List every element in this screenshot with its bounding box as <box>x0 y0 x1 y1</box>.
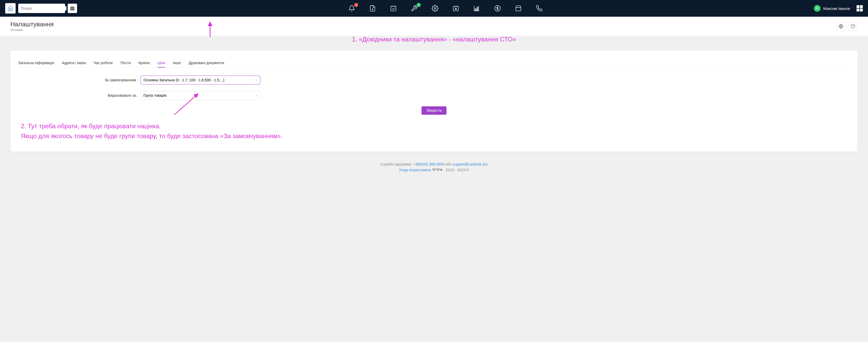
form-row-default: За замовчуванням Основна Загальна (0 - 1… <box>18 76 850 84</box>
annotation2-line1: 2. Тут треба обрати, як буде працювати н… <box>21 121 847 131</box>
subheader: Налаштування Основні <box>0 17 868 36</box>
svg-rect-20 <box>476 8 477 10</box>
svg-rect-32 <box>432 168 440 170</box>
default-select[interactable]: Основна Загальна (0 - 1.7; 100 - 1.6;500… <box>141 76 260 84</box>
top-navbar: 2 3 Макс <box>0 0 868 17</box>
annotation-arrow-1 <box>205 20 215 38</box>
support-label: Служба підтримки: <box>380 162 413 166</box>
search-box[interactable] <box>18 4 65 13</box>
svg-rect-5 <box>74 7 74 10</box>
save-button[interactable]: Зберегти <box>422 106 446 115</box>
user-section[interactable]: Максим Іванов <box>814 5 863 12</box>
svg-rect-13 <box>453 6 459 11</box>
calc-label: Вираховувати за <box>18 93 141 97</box>
page-title: Налаштування <box>10 21 54 28</box>
calc-select-value: Група товарів <box>144 93 166 97</box>
main-card: Загальна інформація Адреса і мапа Час ро… <box>10 51 858 152</box>
phone-icon <box>536 5 542 12</box>
page-subtitle: Основні <box>10 28 54 32</box>
help-icon <box>850 24 855 29</box>
support-phone[interactable]: +38(044) 389-3355 <box>413 162 444 166</box>
footer: Служба підтримки: +38(044) 389-3355 або … <box>0 157 868 177</box>
svg-rect-21 <box>478 7 478 10</box>
search-input[interactable] <box>21 6 66 10</box>
svg-point-12 <box>434 7 436 9</box>
tab-prices[interactable]: Ціни <box>157 59 165 67</box>
svg-point-26 <box>851 24 855 28</box>
svg-point-16 <box>455 8 456 9</box>
calendar-check-icon <box>390 5 397 12</box>
bar-chart-icon <box>473 5 480 12</box>
wrench-badge: 3 <box>416 3 421 7</box>
globe-icon <box>839 24 843 29</box>
nav-tasks[interactable] <box>390 4 397 12</box>
chevron-down-icon: ▼ <box>255 79 257 82</box>
svg-point-23 <box>816 7 818 8</box>
tab-address[interactable]: Адреса і мапа <box>62 59 86 67</box>
nav-money[interactable] <box>494 4 501 12</box>
nav-icons: 2 3 <box>80 4 811 12</box>
nav-wrench[interactable]: 3 <box>410 4 418 12</box>
svg-rect-3 <box>71 7 71 10</box>
tab-country[interactable]: Країна <box>138 59 150 67</box>
tab-hours[interactable]: Час роботи <box>93 59 113 67</box>
nav-phone[interactable] <box>535 4 543 12</box>
annotation-text-1: 1. «Довідники та налаштування» - «налашт… <box>0 36 868 46</box>
nav-customer[interactable] <box>452 4 460 12</box>
tab-print[interactable]: Друковані документи <box>189 59 224 67</box>
file-plus-icon <box>369 5 376 12</box>
support-email[interactable]: support@carbook.pro <box>453 162 488 166</box>
svg-rect-19 <box>475 9 476 10</box>
tabs-bar: Загальна інформація Адреса і мапа Час ро… <box>18 59 850 68</box>
gear-icon <box>432 5 438 12</box>
svg-line-31 <box>175 94 198 115</box>
bank-icon <box>70 6 75 11</box>
help-button[interactable] <box>848 22 858 31</box>
store-icon <box>515 5 522 12</box>
bank-button[interactable] <box>68 4 77 13</box>
annotation-text-2: 2. Тут треба обрати, як буде працювати н… <box>18 115 850 144</box>
nav-settings[interactable] <box>431 4 439 12</box>
dollar-icon <box>494 5 501 12</box>
form-row-calc: Вираховувати за Група товарів ▼ <box>18 91 850 100</box>
home-icon <box>7 5 13 11</box>
svg-point-36 <box>441 170 442 171</box>
or-label: або <box>445 162 453 166</box>
truck-icon <box>432 168 446 172</box>
globe-button[interactable] <box>836 22 846 31</box>
annotation-arrow-2 <box>172 91 203 117</box>
tab-other[interactable]: Інше <box>173 59 181 67</box>
apps-button[interactable] <box>857 5 863 11</box>
user-agreement-link[interactable]: Угода Користувача <box>399 168 431 172</box>
nav-reports[interactable] <box>473 4 480 12</box>
years-label: 2015 - 2023 ® <box>446 168 469 172</box>
annotation2-line2: Якщо для якогось товару не буде групи то… <box>21 131 847 141</box>
default-label: За замовчуванням <box>18 78 141 82</box>
svg-rect-4 <box>72 7 73 10</box>
tab-posts[interactable]: Пости <box>121 59 131 67</box>
svg-rect-9 <box>391 6 396 11</box>
svg-point-34 <box>433 170 435 171</box>
bell-badge: 2 <box>354 3 358 7</box>
customer-calendar-icon <box>453 5 459 12</box>
svg-rect-6 <box>70 10 74 10</box>
nav-shop[interactable] <box>515 4 522 12</box>
tab-general[interactable]: Загальна інформація <box>18 59 54 67</box>
svg-rect-33 <box>440 169 442 170</box>
avatar <box>814 5 820 12</box>
svg-point-35 <box>438 170 439 171</box>
chevron-down-icon: ▼ <box>255 94 257 97</box>
nav-bell[interactable]: 2 <box>348 4 355 12</box>
home-button[interactable] <box>5 3 16 13</box>
user-icon <box>815 6 819 10</box>
default-select-value: Основна Загальна (0 - 1.7; 100 - 1.6;500… <box>144 78 224 82</box>
nav-new-doc[interactable] <box>369 4 376 12</box>
user-name: Максим Іванов <box>823 6 850 11</box>
